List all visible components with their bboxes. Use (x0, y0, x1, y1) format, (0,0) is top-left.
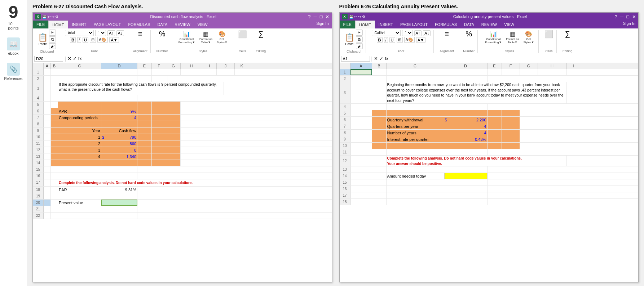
left-r10g[interactable] (166, 134, 181, 140)
left-r13e[interactable] (137, 153, 152, 160)
left-r18b[interactable] (51, 187, 58, 193)
right-r8f[interactable] (502, 130, 520, 136)
left-r1j[interactable] (217, 69, 235, 75)
left-r19a[interactable] (44, 193, 51, 199)
left-r16d[interactable] (101, 173, 137, 179)
left-r11f[interactable] (152, 140, 166, 147)
left-r1g[interactable] (166, 69, 181, 75)
right-r1e[interactable] (488, 69, 502, 75)
right-r1f[interactable] (502, 69, 520, 75)
left-r9e[interactable] (137, 128, 152, 134)
right-r8a[interactable] (350, 130, 372, 136)
right-fill-color-btn[interactable]: A🎨 (404, 37, 415, 43)
left-r22d[interactable] (101, 213, 137, 219)
left-r19c[interactable] (58, 193, 101, 199)
left-r13d[interactable]: 1,340 (101, 153, 137, 160)
left-r1i[interactable] (202, 69, 217, 75)
left-r10d[interactable]: $ 790 (101, 134, 137, 140)
right-r2d[interactable] (444, 76, 488, 82)
left-r19d[interactable] (101, 193, 137, 199)
right-r7f[interactable] (502, 123, 520, 129)
left-r12g[interactable] (166, 147, 181, 153)
left-r2f[interactable] (152, 76, 166, 82)
right-r15d[interactable] (444, 179, 488, 186)
left-r2b[interactable] (51, 76, 58, 82)
right-r17d[interactable] (444, 192, 488, 198)
right-r10f[interactable] (502, 143, 520, 149)
left-cancel-formula[interactable]: ✕ (67, 56, 71, 61)
left-r10e[interactable] (137, 134, 152, 140)
left-r13c[interactable]: 4 (58, 153, 101, 160)
left-r16a[interactable] (44, 173, 51, 179)
left-format-table-btn[interactable]: ▦ Format asTable▼ (198, 30, 214, 45)
right-r15a[interactable] (350, 179, 372, 186)
left-r13b[interactable] (51, 153, 58, 160)
left-paste-btn[interactable]: 📋 Paste (38, 33, 48, 46)
left-tab-formulas[interactable]: FORMULAS (124, 21, 154, 28)
left-r11e[interactable] (137, 140, 152, 147)
left-r11a[interactable] (44, 140, 51, 147)
right-r17c[interactable] (387, 192, 444, 198)
left-r1d[interactable] (101, 69, 137, 75)
left-r2a[interactable] (44, 76, 51, 82)
right-r9e[interactable] (488, 136, 502, 142)
left-tab-review[interactable]: REVIEW (171, 21, 194, 28)
left-font-name[interactable]: Arial (65, 30, 94, 36)
right-font-size[interactable]: 11 (402, 30, 413, 36)
right-cancel-formula[interactable]: ✕ (374, 56, 378, 61)
right-format-table-btn[interactable]: ▦ Format asTable▼ (504, 30, 520, 45)
left-r1b[interactable] (51, 69, 58, 75)
left-r11g[interactable] (166, 140, 181, 147)
left-italic-btn[interactable]: I (77, 37, 81, 43)
right-close-icon[interactable]: ✕ (632, 14, 636, 19)
left-r20a[interactable] (44, 200, 51, 206)
right-r10a[interactable] (350, 143, 372, 149)
left-r5e[interactable] (137, 102, 152, 108)
left-r12c[interactable]: 3 (58, 147, 101, 153)
left-r6f[interactable] (152, 108, 166, 114)
right-col-g[interactable]: G (520, 63, 538, 69)
left-r7b[interactable] (51, 115, 58, 121)
right-r8e[interactable] (488, 130, 502, 136)
right-name-box[interactable]: A1 (341, 56, 370, 62)
left-r14a[interactable] (44, 160, 51, 166)
left-r1f[interactable] (152, 69, 166, 75)
right-r10c[interactable] (387, 143, 444, 149)
right-decrease-font-btn[interactable]: A↓ (423, 30, 431, 36)
right-r6c[interactable]: Quarterly withdrawal (387, 117, 444, 123)
left-r11c[interactable]: 2 (58, 140, 101, 147)
left-fill-color-btn[interactable]: A🎨 (97, 37, 108, 43)
left-cut-btn[interactable]: ✂ (49, 30, 56, 36)
right-bold-btn[interactable]: B (377, 37, 383, 43)
right-r6f[interactable] (502, 117, 520, 123)
right-r8b[interactable] (372, 130, 387, 136)
left-confirm-formula[interactable]: ✓ (73, 56, 77, 61)
right-r17b[interactable] (372, 192, 387, 198)
right-number-icon[interactable]: % (466, 30, 472, 38)
right-r6d[interactable]: $ 2,200 (444, 117, 488, 123)
left-r20c[interactable]: Present value (58, 200, 101, 206)
left-r18a[interactable] (44, 187, 51, 193)
left-decrease-font-btn[interactable]: A↓ (116, 30, 124, 36)
right-signin[interactable]: Sign In (620, 21, 638, 28)
left-r9g[interactable] (166, 128, 181, 134)
left-r8b[interactable] (51, 121, 58, 127)
left-r5f[interactable] (152, 102, 166, 108)
left-r18c[interactable]: EAR (58, 187, 101, 193)
left-cells-icon[interactable]: ⬜ (238, 30, 247, 39)
left-col-h[interactable]: H (181, 63, 202, 69)
ebook-nav[interactable]: 📖 eBook (7, 37, 20, 55)
right-r14a[interactable] (350, 173, 372, 179)
right-r5f[interactable] (502, 110, 520, 116)
left-underline-btn[interactable]: U (83, 37, 88, 43)
left-formula-input[interactable] (83, 57, 330, 61)
right-r12a[interactable] (350, 156, 372, 166)
right-r4c[interactable] (387, 104, 444, 110)
left-r11b[interactable] (51, 140, 58, 147)
left-r15b[interactable] (51, 166, 58, 173)
left-r12e[interactable] (137, 147, 152, 153)
left-editing-icon[interactable]: ∑ (258, 30, 263, 38)
left-r14b[interactable] (51, 160, 58, 166)
right-r14d[interactable] (444, 173, 488, 179)
right-r5c[interactable] (387, 110, 444, 116)
